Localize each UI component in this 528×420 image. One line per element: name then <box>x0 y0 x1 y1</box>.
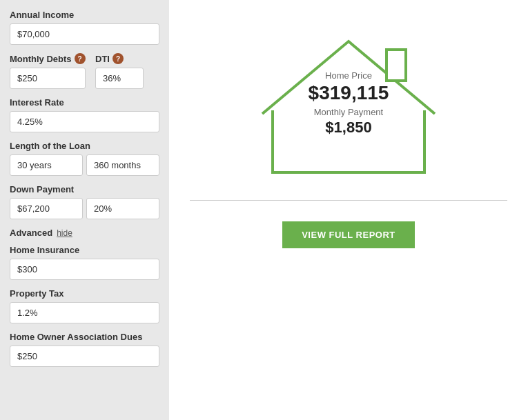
down-payment-group: Down Payment <box>10 184 159 219</box>
home-price-value: $319,115 <box>309 82 389 104</box>
annual-income-input[interactable] <box>10 23 159 45</box>
dti-input[interactable] <box>95 68 144 89</box>
annual-income-label: Annual Income <box>10 10 159 20</box>
advanced-label: Advanced <box>10 228 52 238</box>
home-price-label: Home Price <box>309 70 389 81</box>
property-tax-label: Property Tax <box>10 288 159 299</box>
monthly-debts-input[interactable] <box>10 68 86 89</box>
interest-rate-input[interactable] <box>10 111 159 132</box>
divider <box>190 200 507 201</box>
annual-income-text: Annual Income <box>10 10 74 20</box>
monthly-debts-help-icon[interactable]: ? <box>75 53 86 64</box>
property-tax-group: Property Tax <box>10 288 159 323</box>
view-full-report-button[interactable]: VIEW FULL REPORT <box>282 221 415 248</box>
monthly-payment-value: $1,850 <box>309 119 389 137</box>
loan-months-input[interactable] <box>86 154 159 176</box>
loan-length-group: Length of the Loan <box>10 141 159 176</box>
dti-help-icon[interactable]: ? <box>113 53 124 64</box>
hoa-input[interactable] <box>10 346 159 367</box>
down-payment-input[interactable] <box>10 198 83 219</box>
down-payment-label: Down Payment <box>10 184 159 194</box>
home-insurance-input[interactable] <box>10 259 159 280</box>
house-text: Home Price $319,115 Monthly Payment $1,8… <box>309 70 389 137</box>
monthly-debts-group: Monthly Debts ? DTI ? <box>10 53 159 89</box>
hoa-group: Home Owner Association Dues <box>10 332 159 367</box>
interest-rate-group: Interest Rate <box>10 97 159 132</box>
hide-link[interactable]: hide <box>57 228 72 238</box>
interest-rate-label: Interest Rate <box>10 97 159 108</box>
loan-years-input[interactable] <box>10 154 83 176</box>
annual-income-group: Annual Income <box>10 10 159 45</box>
advanced-row: Advanced hide <box>10 228 159 238</box>
svg-rect-0 <box>387 50 406 81</box>
right-panel: Home Price $319,115 Monthly Payment $1,8… <box>169 0 528 420</box>
home-insurance-group: Home Insurance <box>10 245 159 280</box>
house-svg-wrapper: Home Price $319,115 Monthly Payment $1,8… <box>252 21 445 179</box>
dti-subgroup: DTI ? <box>95 53 144 89</box>
left-panel: Annual Income Monthly Debts ? DTI ? <box>0 0 169 420</box>
debts-dti-row: Monthly Debts ? DTI ? <box>10 53 159 89</box>
dti-label: DTI ? <box>95 53 144 64</box>
loan-length-label: Length of the Loan <box>10 141 159 151</box>
house-container: Home Price $319,115 Monthly Payment $1,8… <box>252 21 445 179</box>
loan-length-row <box>10 154 159 176</box>
hoa-label: Home Owner Association Dues <box>10 332 159 342</box>
down-payment-row <box>10 198 159 219</box>
monthly-debts-subgroup: Monthly Debts ? <box>10 53 86 89</box>
down-payment-pct-input[interactable] <box>86 198 159 219</box>
home-insurance-label: Home Insurance <box>10 245 159 255</box>
property-tax-input[interactable] <box>10 302 159 323</box>
monthly-debts-label: Monthly Debts ? <box>10 53 86 64</box>
monthly-payment-label: Monthly Payment <box>309 107 389 117</box>
